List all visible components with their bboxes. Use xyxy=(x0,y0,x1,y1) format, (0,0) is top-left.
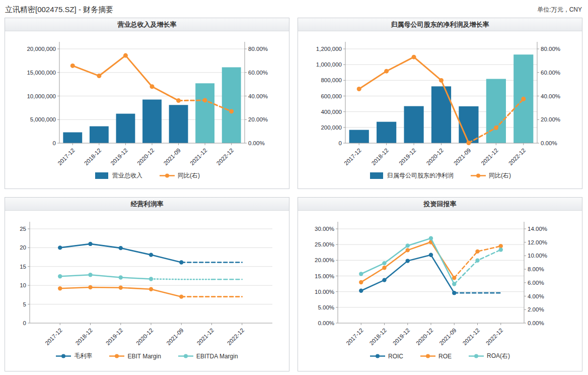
svg-text:30.00%: 30.00% xyxy=(315,226,334,232)
legend-label: 同比(右) xyxy=(178,171,200,180)
revenue-growth-chart-canvas: 05,000,00010,000,00015,000,00020,000,000… xyxy=(5,31,289,165)
svg-text:0.00%: 0.00% xyxy=(248,140,265,146)
svg-text:2019-12: 2019-12 xyxy=(105,327,124,346)
svg-text:0.00%: 0.00% xyxy=(541,140,557,146)
svg-text:60.00%: 60.00% xyxy=(248,70,268,76)
svg-text:0: 0 xyxy=(53,140,56,146)
legend-item-ROIC[interactable]: ROIC xyxy=(370,353,403,360)
svg-text:80.00%: 80.00% xyxy=(541,46,560,52)
svg-text:2019-12: 2019-12 xyxy=(110,147,129,166)
net-profit-growth-chart-canvas: 0200,000400,000600,000800,0001,000,0001,… xyxy=(298,31,582,165)
svg-text:2022-12: 2022-12 xyxy=(215,147,235,166)
legend: 营业总收入同比(右) xyxy=(5,171,289,180)
svg-text:2022-12: 2022-12 xyxy=(226,327,245,346)
legend-item-归属母公司股东的净利润[interactable]: 归属母公司股东的净利润 xyxy=(369,171,454,180)
svg-text:10,000,000: 10,000,000 xyxy=(27,93,56,99)
svg-text:2.00%: 2.00% xyxy=(528,306,544,312)
legend-item-EBIT Margin[interactable]: EBIT Margin xyxy=(109,353,161,360)
legend-label: ROE xyxy=(438,353,452,360)
legend-line-swatch-icon xyxy=(370,353,385,359)
svg-text:2019-12: 2019-12 xyxy=(392,327,411,346)
svg-text:10: 10 xyxy=(20,282,26,288)
svg-text:5.00%: 5.00% xyxy=(318,304,334,310)
panel-title: 经营利润率 xyxy=(5,198,289,211)
svg-text:4.00%: 4.00% xyxy=(528,293,544,299)
svg-text:2017-12: 2017-12 xyxy=(56,147,76,166)
svg-text:2022-12: 2022-12 xyxy=(507,147,527,166)
svg-text:10.00%: 10.00% xyxy=(315,289,334,295)
legend-line-swatch-icon xyxy=(160,172,175,179)
svg-text:2020-12: 2020-12 xyxy=(135,327,154,346)
svg-text:2020-12: 2020-12 xyxy=(136,147,155,166)
panel-title: 投资回报率 xyxy=(298,198,582,211)
legend: 毛利率EBIT MarginEBITDA Margin xyxy=(5,352,289,360)
svg-text:8.00%: 8.00% xyxy=(528,266,544,272)
legend-item-同比(右)[interactable]: 同比(右) xyxy=(471,171,511,180)
panel-title: 归属母公司股东的净利润及增长率 xyxy=(298,18,582,31)
svg-text:12.00%: 12.00% xyxy=(528,239,547,245)
legend-label: 营业总收入 xyxy=(112,171,142,180)
legend-bar-swatch-icon xyxy=(369,172,384,179)
svg-text:800,000: 800,000 xyxy=(321,77,342,83)
legend-label: EBIT Margin xyxy=(127,353,161,360)
svg-text:20.00%: 20.00% xyxy=(248,116,268,122)
svg-text:2021-09: 2021-09 xyxy=(163,147,182,166)
svg-text:2018-12: 2018-12 xyxy=(371,147,390,166)
svg-text:2021-12: 2021-12 xyxy=(189,147,208,166)
svg-text:40.00%: 40.00% xyxy=(541,93,560,99)
legend-item-毛利率[interactable]: 毛利率 xyxy=(56,352,92,360)
svg-text:40.00%: 40.00% xyxy=(248,93,268,99)
legend-line-swatch-icon xyxy=(56,353,71,359)
legend-label: 归属母公司股东的净利润 xyxy=(387,171,454,180)
operating-margins-chart-canvas: 05101520252017-122018-122019-122020-1220… xyxy=(5,211,289,346)
panel-revenue-growth: 营业总收入及增长率 05,000,00010,000,00015,000,000… xyxy=(5,18,289,189)
legend-line-swatch-icon xyxy=(420,353,435,359)
svg-text:2020-12: 2020-12 xyxy=(415,327,434,346)
investment-returns-chart-canvas: 0.00%5.00%10.00%15.00%20.00%25.00%30.00%… xyxy=(298,211,582,346)
svg-text:5: 5 xyxy=(23,301,26,307)
svg-text:20.00%: 20.00% xyxy=(315,257,334,263)
svg-text:2021-12: 2021-12 xyxy=(196,327,215,346)
unit-label: 单位:万元，CNY xyxy=(537,6,582,14)
svg-text:20.00%: 20.00% xyxy=(541,116,560,122)
svg-text:2021-12: 2021-12 xyxy=(462,327,481,346)
legend-item-ROE[interactable]: ROE xyxy=(420,353,452,360)
svg-text:2021-09: 2021-09 xyxy=(453,147,472,166)
svg-text:15.00%: 15.00% xyxy=(315,273,334,279)
svg-text:20,000,000: 20,000,000 xyxy=(27,46,56,52)
svg-text:25: 25 xyxy=(20,226,26,232)
legend-label: 同比(右) xyxy=(489,171,511,180)
legend-line-swatch-icon xyxy=(471,172,486,179)
svg-text:5,000,000: 5,000,000 xyxy=(30,116,56,122)
svg-text:600,000: 600,000 xyxy=(321,93,342,99)
svg-text:2017-12: 2017-12 xyxy=(343,147,362,166)
svg-text:2021-12: 2021-12 xyxy=(480,147,499,166)
legend: ROICROEROA(右) xyxy=(298,352,582,360)
svg-text:10.00%: 10.00% xyxy=(528,253,547,259)
legend-label: ROA(右) xyxy=(487,352,510,360)
svg-text:14.00%: 14.00% xyxy=(528,226,547,232)
svg-text:2017-12: 2017-12 xyxy=(345,327,364,346)
chart-grid: 营业总收入及增长率 05,000,00010,000,00015,000,000… xyxy=(0,18,588,371)
legend-item-EBITDA Margin[interactable]: EBITDA Margin xyxy=(178,353,238,360)
svg-text:2018-12: 2018-12 xyxy=(75,327,94,346)
svg-text:15,000,000: 15,000,000 xyxy=(27,70,56,76)
svg-text:2021-09: 2021-09 xyxy=(438,327,457,346)
svg-text:0.00%: 0.00% xyxy=(318,320,334,326)
svg-text:6.00%: 6.00% xyxy=(528,280,544,286)
legend-item-ROA(右)[interactable]: ROA(右) xyxy=(469,352,510,360)
legend-item-同比(右)[interactable]: 同比(右) xyxy=(160,171,200,180)
legend-item-营业总收入[interactable]: 营业总收入 xyxy=(94,171,142,180)
svg-text:0: 0 xyxy=(339,140,342,146)
svg-text:80.00%: 80.00% xyxy=(248,46,268,52)
svg-text:0.00%: 0.00% xyxy=(528,320,544,326)
svg-text:15: 15 xyxy=(20,264,26,270)
legend-line-swatch-icon xyxy=(469,353,484,359)
svg-text:2021-09: 2021-09 xyxy=(165,327,184,346)
svg-text:2018-12: 2018-12 xyxy=(83,147,102,166)
svg-text:2019-12: 2019-12 xyxy=(398,147,417,166)
page-title: 立讯精密[002475.SZ] - 财务摘要 xyxy=(5,5,113,15)
svg-text:200,000: 200,000 xyxy=(321,124,342,131)
legend: 归属母公司股东的净利润同比(右) xyxy=(298,171,582,180)
svg-text:400,000: 400,000 xyxy=(321,109,342,115)
